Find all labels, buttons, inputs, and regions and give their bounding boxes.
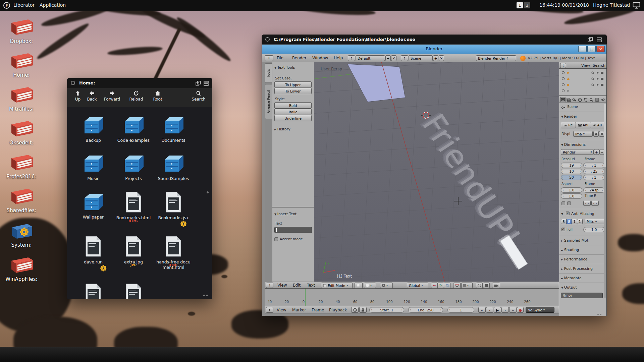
aspect-x-field[interactable]: ‹1.0› xyxy=(561,187,582,193)
menu-marker[interactable]: Marker xyxy=(292,308,306,312)
aa-samples-11-button[interactable]: 1 xyxy=(572,219,577,224)
menu-liberator[interactable]: Liberator xyxy=(13,2,35,8)
insert-text-input[interactable] xyxy=(274,227,312,233)
outliner-row[interactable] xyxy=(559,88,604,94)
aspect-y-field[interactable]: ‹1.0› xyxy=(561,193,582,199)
menu-window[interactable]: Window xyxy=(312,56,328,60)
panel-dimensions[interactable]: Dimensions xyxy=(561,142,586,147)
resize-grip-dot[interactable] xyxy=(600,314,601,315)
outliner-search-menu[interactable]: Search xyxy=(593,63,605,68)
outliner-row[interactable] xyxy=(559,82,604,88)
properties-scrollbar[interactable] xyxy=(604,104,606,298)
editor-type-button[interactable]: ▴▾ xyxy=(266,307,273,313)
menu-playback[interactable]: Playback xyxy=(329,308,347,312)
depth-gadget-icon[interactable] xyxy=(597,37,602,44)
remove-layout-button[interactable]: ✕ xyxy=(391,55,396,61)
resize-grip-dot[interactable] xyxy=(597,314,599,315)
resize-grip-dot[interactable] xyxy=(203,295,205,296)
italic-button[interactable]: Italic xyxy=(274,109,312,115)
record-button[interactable]: ● xyxy=(517,307,524,313)
outliner-row[interactable] xyxy=(559,76,604,82)
preset-remove-button[interactable]: − xyxy=(599,149,604,155)
file-item[interactable]: JPG extra.jpg xyxy=(116,236,151,265)
output-path-field[interactable]: /tmp\ xyxy=(561,293,603,298)
menu-frame[interactable]: Frame xyxy=(312,308,324,312)
editor-type-button[interactable]: ▴▾ xyxy=(266,283,273,288)
tab-physics-icon[interactable] xyxy=(600,97,605,104)
menu-application[interactable]: Application xyxy=(40,2,66,8)
editor-type-button[interactable]: ▴▾ xyxy=(560,63,566,68)
bold-button[interactable]: Bold xyxy=(274,102,312,109)
tab-data-icon[interactable] xyxy=(595,97,599,104)
blender-titlebar[interactable]: C:\Program Files\Blender Foundation\Blen… xyxy=(262,35,607,45)
file-item[interactable]: Documents xyxy=(156,115,191,143)
next-frame-button[interactable]: › xyxy=(501,307,509,313)
frame-step-field[interactable]: ‹: 1› xyxy=(583,175,605,180)
to-upper-button[interactable]: To Upper xyxy=(274,81,312,88)
file-item[interactable]: Bookmarks.jsx xyxy=(156,191,191,221)
desktop-icon-winappfiles[interactable]: WinAppFiles: xyxy=(3,255,40,282)
close-gadget-icon[interactable] xyxy=(265,37,270,42)
file-item[interactable]: Backup xyxy=(76,115,111,143)
root-button[interactable]: Root xyxy=(148,90,167,102)
dimensions-preset-dropdown[interactable]: Render▴▾ xyxy=(561,149,594,155)
preset-add-button[interactable]: + xyxy=(594,149,599,155)
wine-titlebar[interactable]: Blender ─ □ × xyxy=(262,45,606,54)
full-sample-checkbox[interactable] xyxy=(561,228,565,231)
tab-tools[interactable]: Tools xyxy=(265,63,272,83)
resolution-percent-field[interactable]: ‹50› xyxy=(561,175,582,180)
file-item[interactable]: Projects xyxy=(116,153,151,181)
tab-scene-icon[interactable] xyxy=(572,97,577,104)
outliner-row[interactable] xyxy=(559,70,604,76)
cursor-3d-icon[interactable] xyxy=(421,111,431,120)
snap-magnet-icon[interactable] xyxy=(453,283,461,288)
file-item[interactable]: Code examples xyxy=(116,115,151,143)
panel-insert-text[interactable]: Insert Text xyxy=(274,212,297,216)
shading-sphere-icon[interactable] xyxy=(355,283,363,288)
proportional-edit-icon[interactable] xyxy=(476,283,483,288)
render-engine-dropdown[interactable]: Blender Render▴▾ xyxy=(476,55,516,61)
scrollbar-thumb[interactable] xyxy=(604,104,606,167)
panel-shading[interactable]: Shading xyxy=(561,248,579,252)
panel-text-tools[interactable]: Text Tools xyxy=(274,65,295,70)
add-scene-button[interactable]: + xyxy=(433,55,438,61)
file-item[interactable]: Wallpaper xyxy=(76,191,111,220)
workspace-1-button[interactable]: 1 xyxy=(517,2,523,8)
display-mode-dropdown[interactable]: Ima▾ xyxy=(573,131,593,137)
frame-start-field[interactable]: ‹: 1› xyxy=(583,163,605,168)
shading-dropdown[interactable]: ▾ xyxy=(364,283,376,288)
crop-checkbox[interactable] xyxy=(567,201,571,205)
manipulator-rotate-icon[interactable]: ↻ xyxy=(437,283,444,288)
file-item[interactable]: SoundSamples xyxy=(156,153,191,181)
jump-end-button[interactable]: » xyxy=(509,307,517,313)
breadcrumb-scene[interactable]: Scene xyxy=(567,105,578,109)
file-item[interactable] xyxy=(76,283,111,299)
plane-object[interactable] xyxy=(347,64,405,102)
render-still-button[interactable]: Re xyxy=(561,122,576,128)
manipulator-translate-icon[interactable]: ↔ xyxy=(431,283,438,288)
menu-view[interactable]: View xyxy=(277,283,287,288)
orientation-dropdown[interactable]: Global▾ xyxy=(407,283,428,288)
menu-view[interactable]: View xyxy=(277,308,286,312)
menu-text[interactable]: Text xyxy=(307,283,315,288)
render-ops-camera-icon[interactable] xyxy=(492,283,500,288)
panel-history[interactable]: History xyxy=(274,127,290,131)
file-item[interactable]: HTML Bookmarks.html xyxy=(116,191,151,221)
zoom-gadget-icon[interactable] xyxy=(196,81,201,87)
manipulator-scale-icon[interactable]: ◱ xyxy=(444,283,450,288)
lock-icon[interactable] xyxy=(359,307,367,313)
panel-performance[interactable]: Performance xyxy=(561,257,587,261)
time-old-stepper[interactable]: ‹ › xyxy=(583,201,591,206)
tab-render-icon[interactable] xyxy=(560,97,566,102)
desktop-icon-mitrafiles[interactable]: Mitrafiles: xyxy=(3,85,40,112)
end-frame-field[interactable]: ‹End: 250› xyxy=(408,307,443,313)
to-lower-button[interactable]: To Lower xyxy=(274,88,312,94)
jump-start-button[interactable]: « xyxy=(478,307,486,313)
filemanager-titlebar[interactable]: Home: xyxy=(67,78,212,88)
antialias-checkbox[interactable] xyxy=(566,212,570,215)
panel-antialias-arrow[interactable] xyxy=(561,212,565,216)
current-frame-field[interactable]: ‹1› xyxy=(447,307,474,313)
scrollbar-dot[interactable] xyxy=(207,191,209,193)
friend-logo-icon[interactable]: F xyxy=(3,2,10,9)
menu-help[interactable]: Help xyxy=(334,56,343,60)
